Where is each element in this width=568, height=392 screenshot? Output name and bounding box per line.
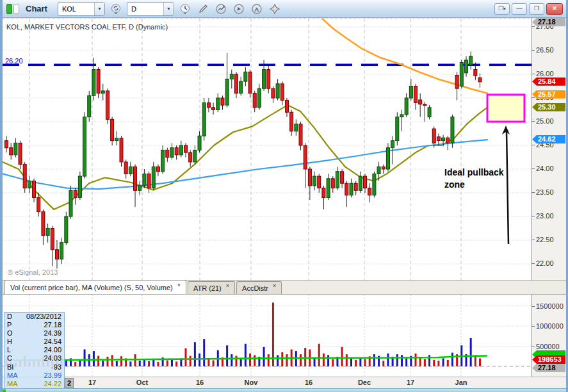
volume-bar bbox=[405, 358, 407, 366]
play-replay-icon[interactable] bbox=[232, 2, 246, 16]
candle-body bbox=[423, 104, 426, 106]
candle-body bbox=[400, 115, 403, 117]
quote-row-label: MA bbox=[7, 372, 18, 380]
window-title: Chart bbox=[26, 4, 47, 13]
volume-bar bbox=[231, 354, 232, 366]
candle-body bbox=[10, 148, 13, 155]
price-badge: 25.57 bbox=[532, 90, 565, 99]
price-tick-label: 26.00 bbox=[536, 70, 554, 78]
pencil-draw-icon[interactable] bbox=[196, 2, 210, 16]
time-axis-label: 17 bbox=[407, 379, 414, 386]
volume-bar bbox=[84, 350, 86, 366]
symbol-combo[interactable]: KOL ▼ bbox=[58, 2, 105, 16]
tab-close-icon[interactable]: × bbox=[177, 282, 181, 288]
minimize-button[interactable]: — bbox=[512, 3, 527, 15]
tab-close-icon[interactable]: × bbox=[226, 282, 229, 289]
volume-bar bbox=[300, 354, 302, 366]
candle-body bbox=[198, 136, 201, 150]
quote-row: BI-93 bbox=[4, 363, 64, 372]
price-tick-label: 23.00 bbox=[536, 212, 554, 220]
slider-handle[interactable] bbox=[3, 389, 6, 392]
quote-data-panel: D08/23/2012P27.18O24.39H24.54L24.00C24.0… bbox=[4, 312, 65, 389]
candle-body bbox=[280, 84, 284, 101]
price-pane[interactable]: KOL, MARKET VECTORS COAL ETF, D (Dynamic… bbox=[3, 18, 531, 281]
interval-combo[interactable]: D ▼ bbox=[127, 2, 174, 16]
candle-body bbox=[156, 167, 159, 171]
candle-body bbox=[143, 174, 146, 186]
candle-body bbox=[442, 138, 445, 140]
price-tick-label: 22.50 bbox=[536, 236, 554, 243]
volume-bar bbox=[341, 347, 343, 366]
candle-body bbox=[55, 250, 58, 259]
maximize-button[interactable]: ❒ bbox=[529, 3, 544, 15]
volume-badge: 198653 bbox=[532, 355, 565, 364]
first-bar-date-box: 2 bbox=[65, 378, 74, 388]
candle-body bbox=[331, 179, 334, 188]
volume-bar bbox=[355, 360, 357, 366]
volume-bar bbox=[79, 360, 81, 366]
quote-row-label: MA bbox=[7, 380, 18, 388]
candle-body bbox=[455, 75, 458, 88]
candle-body bbox=[111, 119, 114, 140]
candle-body bbox=[5, 141, 8, 148]
candle-body bbox=[115, 138, 118, 141]
candle-body bbox=[304, 145, 307, 169]
compass-tools-icon[interactable] bbox=[268, 2, 282, 16]
auto-annotate-icon[interactable]: A bbox=[250, 2, 264, 16]
candle-body bbox=[120, 138, 123, 162]
candle-body bbox=[33, 181, 36, 198]
indicator-tab[interactable]: ATR (21)× bbox=[188, 281, 235, 294]
volume-bar bbox=[415, 354, 417, 366]
volume-bar bbox=[304, 348, 306, 366]
candle-body bbox=[184, 145, 188, 152]
price-chart-canvas bbox=[3, 19, 531, 281]
time-slider-strip[interactable] bbox=[3, 388, 566, 392]
price-tick-label: 26.50 bbox=[536, 46, 554, 54]
candle-body bbox=[69, 190, 72, 216]
candle-body bbox=[336, 172, 339, 188]
volume-bar bbox=[327, 355, 329, 366]
volume-bar bbox=[263, 347, 265, 366]
candle-body bbox=[207, 102, 210, 107]
indicator-tab[interactable]: Vol (current price bar), MA (Volume) (S,… bbox=[4, 280, 186, 294]
time-template-icon[interactable] bbox=[178, 2, 192, 16]
candle-body bbox=[161, 150, 165, 171]
volume-badge: 27.18 bbox=[532, 364, 565, 372]
tab-close-icon[interactable]: × bbox=[273, 282, 276, 289]
candle-body bbox=[65, 216, 68, 243]
candle-body bbox=[382, 167, 385, 169]
trendline-tool-icon[interactable] bbox=[214, 2, 228, 16]
quote-row-value: 24.00 bbox=[44, 346, 61, 354]
volume-bar bbox=[373, 354, 375, 366]
volume-bar bbox=[120, 356, 122, 366]
volume-pane[interactable] bbox=[3, 295, 531, 377]
volume-bar bbox=[433, 360, 435, 366]
price-badge: 27.18 bbox=[532, 18, 565, 26]
indicator-tab[interactable]: AccDistr× bbox=[236, 281, 282, 294]
quote-row-value: 24.22 bbox=[44, 380, 61, 388]
quote-row: O24.39 bbox=[4, 329, 64, 338]
candle-body bbox=[138, 186, 142, 190]
symbol-settings-icon[interactable] bbox=[109, 2, 123, 16]
candle-body bbox=[396, 117, 399, 141]
candle-body bbox=[97, 70, 100, 94]
volume-bar bbox=[401, 355, 403, 366]
window-menu-button[interactable]: ❒▾ bbox=[494, 3, 510, 15]
close-button[interactable]: ✕ bbox=[546, 3, 563, 15]
candle-body bbox=[354, 183, 357, 190]
interval-value: D bbox=[127, 5, 163, 13]
pullback-zone-rect[interactable] bbox=[487, 95, 524, 122]
chevron-down-icon[interactable]: ▼ bbox=[163, 3, 174, 15]
candle-body bbox=[221, 98, 224, 105]
candle-body bbox=[106, 91, 109, 119]
quote-row-value: 27.18 bbox=[44, 321, 61, 329]
quote-row: MA23.99 bbox=[4, 372, 64, 380]
quote-row: H24.54 bbox=[4, 338, 64, 346]
quote-row-label: BI bbox=[7, 363, 13, 372]
chevron-down-icon[interactable]: ▼ bbox=[94, 3, 104, 15]
volume-bar bbox=[281, 352, 283, 366]
candle-body bbox=[345, 183, 348, 195]
candle-body bbox=[83, 117, 86, 177]
candle-body bbox=[414, 86, 418, 103]
candle-body bbox=[437, 137, 440, 141]
